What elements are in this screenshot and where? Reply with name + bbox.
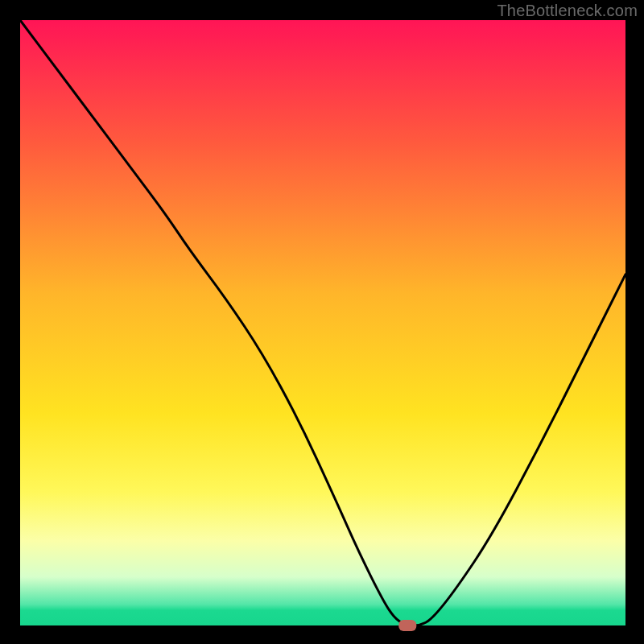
watermark-text: TheBottleneck.com (497, 2, 638, 20)
marker-point (398, 620, 416, 631)
chart-svg (0, 0, 644, 644)
plot-area (20, 20, 625, 625)
chart-container: TheBottleneck.com (0, 0, 644, 644)
